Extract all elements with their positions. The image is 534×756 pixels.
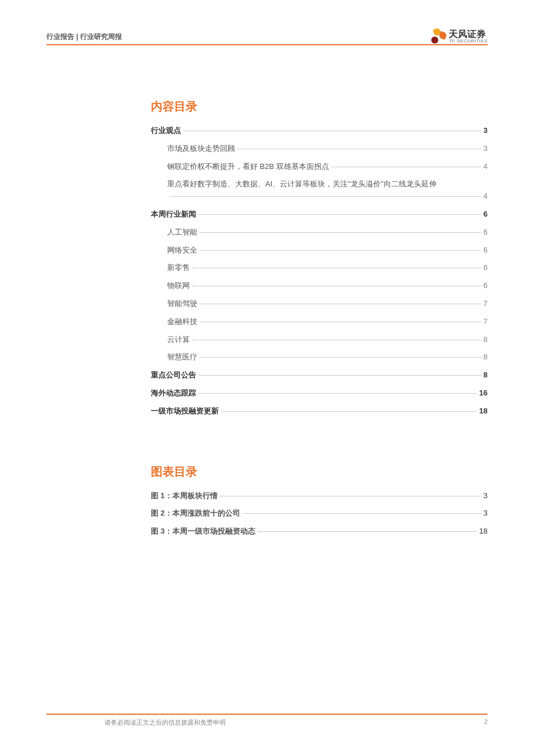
toc-label: 一级市场投融资更新 — [151, 405, 219, 417]
toc-label: 市场及板块走势回顾 — [167, 143, 235, 155]
toc-dots — [200, 304, 481, 304]
toc-label: 金融科技 — [167, 316, 197, 328]
company-logo: 天风证券 TF SECURITIES — [429, 28, 488, 45]
toc-label: 新零售 — [167, 262, 190, 274]
toc-label: 云计算 — [167, 334, 190, 346]
toc-dots — [200, 357, 481, 358]
toc-page: 8 — [484, 351, 488, 363]
toc-label: 行业观点 — [151, 125, 181, 137]
figure-entry[interactable]: 图 1：本周板块行情3 — [151, 490, 488, 502]
figure-page: 3 — [484, 507, 488, 520]
toc-entry[interactable]: 物联网6 — [151, 280, 488, 292]
toc-page: 6 — [484, 262, 488, 274]
toc-dots — [220, 496, 481, 496]
page-footer: 请务必阅读正文之后的信息披露和免责申明 2 — [46, 714, 488, 727]
toc-page: 4 — [484, 190, 488, 203]
toc-dots — [199, 393, 477, 394]
toc-entry[interactable]: 重点公司公告8 — [151, 369, 488, 381]
toc-label: 智慧医疗 — [167, 351, 197, 363]
toc-page: 3 — [484, 125, 488, 137]
toc-entry[interactable]: 钢联定价权不断提升，看好 B2B 双雄基本面拐点4 — [151, 161, 488, 173]
logo-petals-icon — [429, 28, 445, 45]
toc-dots — [200, 322, 481, 322]
figure-entry[interactable]: 图 3：本周一级市场投融资动态18 — [151, 525, 488, 538]
toc-entry[interactable]: 智慧医疗8 — [151, 351, 488, 363]
toc-dots — [237, 149, 481, 149]
toc-dots — [221, 411, 477, 412]
toc-entry[interactable]: 海外动态跟踪16 — [151, 387, 488, 399]
toc-page: 6 — [484, 280, 488, 292]
content-area: 内容目录 行业观点3市场及板块走势回顾3钢联定价权不断提升，看好 B2B 双雄基… — [151, 93, 488, 543]
toc-dots — [331, 167, 481, 167]
toc-entry[interactable]: 行业观点3 — [151, 125, 488, 137]
toc-entry[interactable]: 新零售6 — [151, 262, 488, 274]
toc-dots — [192, 286, 481, 286]
toc-label: 钢联定价权不断提升，看好 B2B 双雄基本面拐点 — [167, 161, 329, 173]
page-header: 行业报告 | 行业研究周报 天风证券 TF SECURITIES — [46, 31, 488, 45]
toc-page: 8 — [484, 334, 488, 346]
figure-entry[interactable]: 图 2：本周涨跌前十的公司3 — [151, 507, 488, 520]
toc-label: 本周行业新闻 — [151, 208, 196, 221]
figure-label: 图 3：本周一级市场投融资动态 — [151, 525, 255, 538]
figures-section: 图表目录 图 1：本周板块行情3图 2：本周涨跌前十的公司3图 3：本周一级市场… — [151, 464, 488, 538]
figure-label: 图 2：本周涨跌前十的公司 — [151, 507, 240, 520]
footer-disclaimer: 请务必阅读正文之后的信息披露和免责申明 — [46, 718, 226, 727]
toc-page: 7 — [484, 298, 488, 310]
toc-entry[interactable]: 一级市场投融资更新18 — [151, 405, 488, 417]
toc-page: 7 — [484, 316, 488, 328]
toc-dots — [192, 268, 481, 268]
toc-entry[interactable]: 网络安全6 — [151, 244, 488, 257]
toc-page: 6 — [484, 226, 488, 239]
toc-page: 8 — [484, 369, 488, 381]
figures-list: 图 1：本周板块行情3图 2：本周涨跌前十的公司3图 3：本周一级市场投融资动态… — [151, 490, 488, 538]
toc-label: 海外动态跟踪 — [151, 387, 196, 399]
toc-dots — [200, 232, 481, 233]
figure-page: 3 — [484, 490, 488, 502]
toc-label: 人工智能 — [167, 226, 197, 239]
toc-page: 6 — [484, 208, 488, 221]
toc-entry[interactable]: 重点看好数字制造、大数据、AI、云计算等板块，关注"龙头溢价"向二线龙头延伸4 — [151, 178, 488, 203]
toc-dots — [243, 513, 481, 514]
toc-dots — [169, 196, 481, 197]
toc-page: 18 — [479, 405, 488, 417]
toc-dots — [200, 250, 481, 251]
toc-dots — [183, 131, 481, 131]
toc-entry[interactable]: 市场及板块走势回顾3 — [151, 143, 488, 155]
report-category: 行业报告 | 行业研究周报 — [46, 32, 122, 42]
toc-entry[interactable]: 金融科技7 — [151, 316, 488, 328]
toc-list: 行业观点3市场及板块走势回顾3钢联定价权不断提升，看好 B2B 双雄基本面拐点4… — [151, 125, 488, 417]
toc-entry[interactable]: 人工智能6 — [151, 226, 488, 239]
figure-page: 18 — [479, 525, 488, 538]
toc-entry[interactable]: 智能驾驶7 — [151, 298, 488, 310]
toc-dots — [199, 214, 481, 215]
toc-entry[interactable]: 云计算8 — [151, 334, 488, 346]
logo-text: 天风证券 TF SECURITIES — [449, 30, 488, 44]
toc-title: 内容目录 — [151, 99, 488, 114]
toc-label: 物联网 — [167, 280, 190, 292]
toc-page: 4 — [484, 161, 488, 173]
toc-page: 16 — [479, 387, 488, 399]
toc-page: 6 — [484, 244, 488, 257]
toc-label: 重点看好数字制造、大数据、AI、云计算等板块，关注"龙头溢价"向二线龙头延伸 — [167, 178, 436, 190]
toc-label: 智能驾驶 — [167, 298, 197, 310]
logo-cn: 天风证券 — [449, 30, 488, 39]
figures-title: 图表目录 — [151, 464, 488, 480]
page-number: 2 — [484, 718, 488, 727]
toc-dots — [192, 340, 481, 340]
toc-dots — [199, 375, 481, 376]
logo-en: TF SECURITIES — [449, 39, 488, 44]
figure-label: 图 1：本周板块行情 — [151, 490, 218, 502]
toc-label: 网络安全 — [167, 244, 197, 257]
toc-dots — [258, 531, 477, 532]
toc-label: 重点公司公告 — [151, 369, 196, 381]
toc-page: 3 — [484, 143, 488, 155]
toc-entry[interactable]: 本周行业新闻6 — [151, 208, 488, 221]
